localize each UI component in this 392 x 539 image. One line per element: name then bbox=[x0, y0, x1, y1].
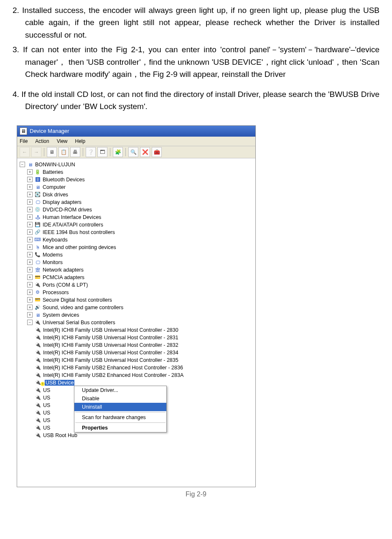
ctx-update-driver[interactable]: Update Driver... bbox=[74, 386, 166, 394]
category-label: Sound, video and game controllers bbox=[43, 305, 123, 310]
window-title: Device Manager bbox=[30, 128, 69, 134]
tree-category[interactable]: +🅱Bluetooth Devices bbox=[20, 176, 255, 183]
tree-category[interactable]: +💳Secure Digital host controllers bbox=[20, 296, 255, 304]
tree-category[interactable]: +💿DVD/CD-ROM drives bbox=[20, 206, 255, 214]
usb-controller-label: Intel(R) ICH8 Family USB Universal Host … bbox=[43, 350, 178, 356]
usb-icon: 🔌 bbox=[35, 349, 41, 356]
category-label: Computer bbox=[43, 184, 66, 190]
tree-category[interactable]: +🖥Computer bbox=[20, 183, 255, 191]
expand-icon[interactable]: + bbox=[27, 214, 33, 220]
tree-category[interactable]: +⌨Keyboards bbox=[20, 236, 255, 244]
toolbar-btn-6[interactable]: 🧩 bbox=[113, 147, 123, 157]
tree-category[interactable]: −🔌Universal Serial Bus controllers bbox=[20, 319, 255, 326]
tree-category[interactable]: +💾IDE ATA/ATAPI controllers bbox=[20, 221, 255, 229]
usb-trunc-label: US bbox=[43, 395, 50, 401]
expand-icon[interactable]: + bbox=[27, 229, 33, 235]
menu-file[interactable]: File bbox=[20, 138, 28, 144]
usb-icon: 🔌 bbox=[35, 372, 41, 379]
usb-controller-label: Intel(R) ICH8 Family USB Universal Host … bbox=[43, 327, 178, 333]
toolbar-btn-3[interactable]: 🖶 bbox=[70, 147, 80, 157]
tree-usb-controller[interactable]: 🔌Intel(R) ICH8 Family USB Universal Host… bbox=[20, 326, 255, 334]
category-icon: 💳 bbox=[34, 297, 41, 303]
toolbar-btn-2[interactable]: 📋 bbox=[59, 147, 69, 157]
tree-category[interactable]: +💳PCMCIA adapters bbox=[20, 274, 255, 281]
device-tree[interactable]: − 🖥 BONWIN-LUJUN +🔋Batteries+🅱Bluetooth … bbox=[17, 158, 255, 487]
tree-category[interactable]: +🔌Ports (COM & LPT) bbox=[20, 281, 255, 289]
category-label: IEEE 1394 Bus host controllers bbox=[43, 229, 115, 235]
tree-category[interactable]: +🖥System devices bbox=[20, 311, 255, 319]
usb-device-label: USB Device bbox=[45, 380, 74, 386]
expand-icon[interactable]: + bbox=[27, 282, 33, 287]
expand-icon[interactable]: + bbox=[27, 267, 33, 272]
toolbar-btn-7[interactable]: 🔍 bbox=[128, 147, 138, 157]
toolbar-btn-9[interactable]: 🧰 bbox=[152, 147, 162, 157]
menu-help[interactable]: Help bbox=[75, 138, 86, 144]
expand-icon[interactable]: + bbox=[27, 222, 33, 227]
collapse-icon[interactable]: − bbox=[20, 162, 25, 167]
category-icon: 💾 bbox=[34, 221, 41, 228]
toolbar-btn-8[interactable]: ❌ bbox=[140, 147, 150, 157]
ctx-properties[interactable]: Properties bbox=[74, 424, 166, 432]
expand-icon[interactable]: + bbox=[27, 275, 33, 280]
tree-category[interactable]: +🖵Monitors bbox=[20, 259, 255, 266]
category-label: PCMCIA adapters bbox=[43, 275, 84, 280]
back-button[interactable]: ← bbox=[20, 147, 30, 157]
expand-icon[interactable]: + bbox=[27, 290, 33, 295]
expand-icon[interactable]: + bbox=[27, 184, 33, 190]
category-label: Keyboards bbox=[43, 237, 68, 243]
tree-usb-controller[interactable]: 🔌Intel(R) ICH8 Family USB2 Enhanced Host… bbox=[20, 371, 255, 379]
category-icon: ⌨ bbox=[34, 236, 41, 243]
toolbar-btn-4[interactable]: ❔ bbox=[86, 147, 96, 157]
expand-icon[interactable]: + bbox=[27, 297, 33, 303]
expand-icon[interactable]: + bbox=[27, 312, 33, 318]
tool-bar: ← → 🖥 📋 🖶 ❔ 🗔 🧩 🔍 ❌ 🧰 bbox=[17, 146, 255, 158]
category-icon: 🖥 bbox=[34, 312, 41, 318]
toolbar-btn-5[interactable]: 🗔 bbox=[97, 147, 107, 157]
tree-category[interactable]: +🔊Sound, video and game controllers bbox=[20, 304, 255, 311]
tree-category[interactable]: +🔗IEEE 1394 Bus host controllers bbox=[20, 229, 255, 236]
ctx-uninstall[interactable]: Uninstall bbox=[74, 403, 166, 411]
ctx-scan-hardware[interactable]: Scan for hardware changes bbox=[74, 413, 166, 422]
expand-icon[interactable]: + bbox=[27, 305, 33, 310]
tree-usb-controller[interactable]: 🔌Intel(R) ICH8 Family USB2 Enhanced Host… bbox=[20, 364, 255, 371]
tree-usb-root-hub[interactable]: 🔌USB Root Hub bbox=[35, 432, 255, 439]
expand-icon[interactable]: + bbox=[27, 259, 33, 265]
tree-usb-controller[interactable]: 🔌Intel(R) ICH8 Family USB Universal Host… bbox=[20, 356, 255, 364]
tree-category[interactable]: +📞Modems bbox=[20, 251, 255, 259]
collapse-icon[interactable]: − bbox=[27, 320, 33, 325]
tree-category[interactable]: +🕹Human Interface Devices bbox=[20, 214, 255, 221]
expand-icon[interactable]: + bbox=[27, 199, 33, 205]
expand-icon[interactable]: + bbox=[27, 207, 33, 212]
expand-icon[interactable]: + bbox=[27, 192, 33, 197]
tree-usb-controller[interactable]: 🔌Intel(R) ICH8 Family USB Universal Host… bbox=[20, 334, 255, 341]
tree-category[interactable]: +🖵Display adapters bbox=[20, 198, 255, 206]
expand-icon[interactable]: + bbox=[27, 169, 33, 175]
tree-category[interactable]: +🔋Batteries bbox=[20, 168, 255, 176]
tree-root-node[interactable]: − 🖥 BONWIN-LUJUN bbox=[20, 161, 255, 168]
category-label: DVD/CD-ROM drives bbox=[43, 207, 92, 213]
ctx-disable[interactable]: Disable bbox=[74, 394, 166, 403]
menu-action[interactable]: Action bbox=[35, 138, 49, 144]
title-bar[interactable]: 🖥 Device Manager bbox=[17, 126, 255, 137]
menu-view[interactable]: View bbox=[57, 138, 68, 144]
tree-category[interactable]: +🖱Mice and other pointing devices bbox=[20, 244, 255, 251]
tree-usb-controller[interactable]: 🔌Intel(R) ICH8 Family USB Universal Host… bbox=[20, 341, 255, 349]
forward-button[interactable]: → bbox=[31, 147, 41, 157]
category-label: Bluetooth Devices bbox=[43, 177, 85, 183]
category-label: Network adapters bbox=[43, 267, 84, 273]
category-label: Processors bbox=[43, 290, 69, 295]
usb-trunc-label: US bbox=[43, 417, 50, 423]
toolbar-btn-1[interactable]: 🖥 bbox=[47, 147, 57, 157]
category-icon: 🖵 bbox=[34, 199, 41, 206]
expand-icon[interactable]: + bbox=[27, 177, 33, 182]
expand-icon[interactable]: + bbox=[27, 237, 33, 242]
menu-bar: File Action View Help bbox=[17, 137, 255, 146]
expand-icon[interactable]: + bbox=[27, 252, 33, 257]
tree-category[interactable]: +🕸Network adapters bbox=[20, 266, 255, 274]
tree-category[interactable]: +⚙Processors bbox=[20, 289, 255, 296]
usb-icon: 🔌 bbox=[35, 432, 41, 439]
tree-usb-controller[interactable]: 🔌Intel(R) ICH8 Family USB Universal Host… bbox=[20, 349, 255, 356]
category-label: Modems bbox=[43, 252, 63, 258]
tree-category[interactable]: +💽Disk drives bbox=[20, 191, 255, 198]
expand-icon[interactable]: + bbox=[27, 244, 33, 250]
